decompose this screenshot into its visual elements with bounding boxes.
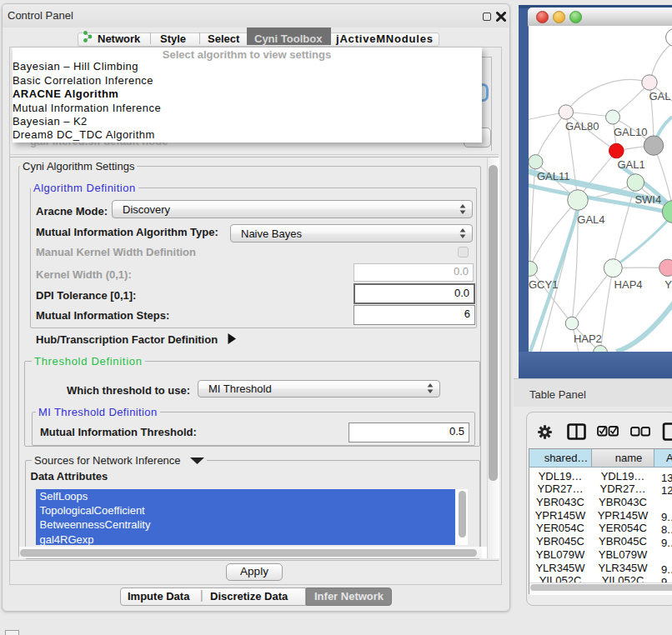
svg-text:GCY1: GCY1 bbox=[529, 278, 558, 291]
svg-text:SWI4: SWI4 bbox=[634, 193, 661, 206]
svg-text:GAL10: GAL10 bbox=[614, 126, 647, 138]
svg-text:GAL80: GAL80 bbox=[565, 120, 599, 132]
svg-text:GAL4: GAL4 bbox=[577, 213, 604, 226]
svg-text:GAL1: GAL1 bbox=[618, 158, 645, 171]
svg-text:Y: Y bbox=[664, 278, 672, 291]
svg-text:HAP2: HAP2 bbox=[574, 332, 602, 345]
svg-text:GAL: GAL bbox=[649, 90, 671, 102]
svg-text:HAP4: HAP4 bbox=[614, 278, 643, 291]
svg-text:GAL11: GAL11 bbox=[537, 170, 570, 182]
